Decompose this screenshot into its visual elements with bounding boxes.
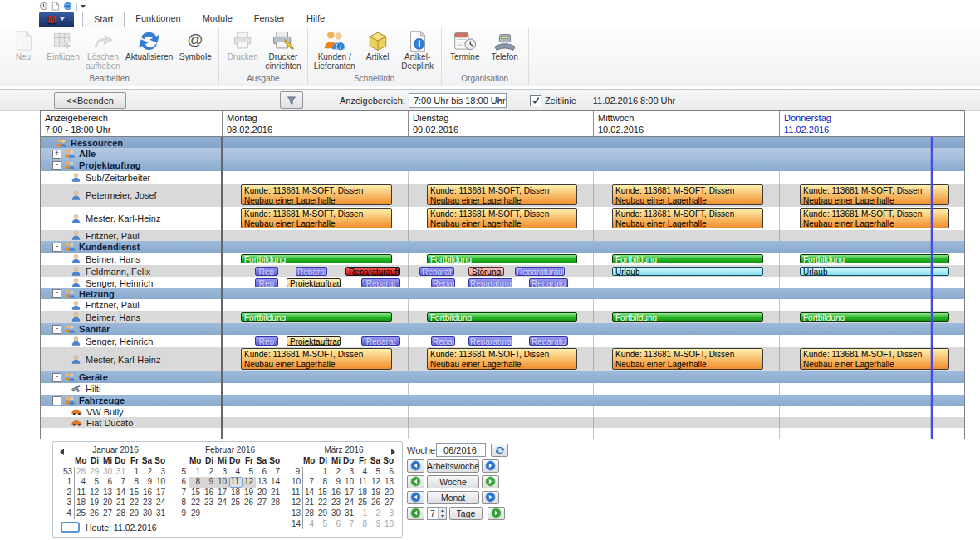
calendar-day[interactable]: 5 [88, 477, 101, 488]
calendar-day[interactable]: 10 [154, 477, 168, 488]
calendar-day[interactable]: 13 [101, 488, 115, 498]
day-cell[interactable] [408, 137, 593, 148]
beenden-button[interactable]: <<Beenden [54, 92, 126, 109]
day-cell[interactable]: Kunde: 113681 M-SOFT, DissenNeubau einer… [593, 207, 779, 230]
day-cell[interactable]: Kunde: 113681 M-SOFT, DissenNeubau einer… [779, 184, 964, 207]
calendar-day[interactable]: 9 [370, 519, 383, 530]
calendar-day[interactable]: 27 [383, 498, 396, 508]
calendar-day[interactable] [216, 508, 229, 519]
day-cell[interactable] [222, 417, 408, 428]
calendar-day[interactable]: 19 [243, 488, 256, 498]
day-cell[interactable] [222, 299, 408, 311]
day-cell[interactable] [222, 406, 408, 417]
schedule-bar-orange[interactable]: Kunde: 113681 M-SOFT, DissenNeubau einer… [612, 208, 763, 228]
calendar-day[interactable]: 10 [383, 519, 396, 530]
schedule-bar-purple[interactable]: Rep [255, 278, 278, 287]
schedule-bar-green[interactable]: Fortbildung [612, 254, 763, 263]
calendar-day[interactable]: 20 [256, 488, 269, 498]
day-cell[interactable] [408, 160, 593, 171]
schedule-bar-purple[interactable]: Reparat [361, 278, 400, 287]
schedule-bar-green[interactable]: Fortbildung [800, 254, 949, 263]
day-cell[interactable]: Kunde: 113681 M-SOFT, DissenNeubau einer… [408, 347, 593, 371]
calendar-day[interactable]: 31 [115, 467, 128, 478]
qat-dropdown-icon[interactable] [81, 5, 86, 8]
calendar-day[interactable]: 4 [75, 477, 88, 488]
day-cell[interactable]: RepProjektauftragReparat [222, 277, 408, 288]
resource-row-fiat-ducato[interactable]: Fiat Ducato [41, 417, 964, 428]
schedule-bar-purple[interactable]: Repar [431, 336, 455, 346]
calendar-day[interactable]: 14 [115, 488, 128, 498]
day-cell[interactable] [593, 323, 779, 335]
monat-button[interactable]: Monat [427, 491, 479, 504]
calendar-day[interactable]: 29 [316, 508, 330, 519]
zeitlinie-checkbox[interactable] [530, 95, 541, 106]
day-cell[interactable] [222, 371, 408, 383]
schedule-bar-orange[interactable]: Kunde: 113681 M-SOFT, DissenNeubau einer… [427, 184, 577, 205]
calendar-day[interactable]: 24 [343, 498, 356, 508]
day-cell[interactable]: Fortbildung [593, 311, 779, 323]
blue-arrow-left-button[interactable] [407, 459, 424, 473]
calendar-day[interactable] [269, 508, 282, 519]
green-arrow-right-button[interactable] [488, 507, 505, 520]
day-cell[interactable] [222, 241, 408, 253]
day-cell[interactable] [408, 299, 593, 311]
day-cell[interactable] [222, 383, 408, 395]
calendar-day[interactable]: 16 [203, 488, 216, 498]
day-cell[interactable] [408, 171, 593, 184]
group-row-kundendienst[interactable]: -Kundendienst [41, 241, 964, 253]
calendar-day[interactable]: 9 [203, 477, 216, 488]
day-cell[interactable]: Kunde: 113681 M-SOFT, DissenNeubau einer… [222, 207, 408, 230]
calendar-day[interactable]: 27 [101, 508, 115, 519]
resource-row-row[interactable] [41, 428, 964, 439]
day-cell[interactable] [779, 395, 964, 406]
calendar-day[interactable]: 25 [356, 498, 370, 508]
calendar-day[interactable]: 25 [229, 498, 243, 508]
calendar-day[interactable]: 1 [316, 467, 330, 478]
calendar-day[interactable]: 3 [154, 467, 168, 478]
tage-button[interactable]: Tage [449, 507, 483, 520]
calendar-day[interactable]: 6 [383, 467, 396, 478]
calendar-day[interactable]: 30 [101, 467, 115, 478]
drucker-einrichten-button[interactable]: Druckereinrichten [262, 27, 303, 72]
calendar-day[interactable]: 14 [269, 477, 282, 488]
day-cell[interactable] [593, 277, 779, 288]
day-cell[interactable] [593, 335, 779, 347]
calendar-day[interactable]: 23 [141, 498, 154, 508]
day-cell[interactable]: RepProjektauftragReparat [222, 335, 408, 347]
calendar-day[interactable]: 11 [229, 477, 243, 488]
day-cell[interactable] [779, 171, 964, 184]
schedule-bar-orange[interactable]: Kunde: 113681 M-SOFT, DissenNeubau einer… [612, 184, 763, 205]
resource-row-mester-karl-heinz[interactable]: Mester, Karl-HeinzKunde: 113681 M-SOFT, … [41, 347, 964, 371]
calendar-day[interactable]: 17 [343, 488, 356, 498]
calendar-day[interactable] [203, 508, 216, 519]
schedule-bar-purple[interactable]: Rep [255, 336, 278, 346]
calendar-day[interactable]: 4 [229, 467, 243, 478]
group-row-alle[interactable]: +Alle [41, 148, 964, 160]
day-cell[interactable]: Kunde: 113681 M-SOFT, DissenNeubau einer… [222, 184, 408, 207]
calendar-day[interactable]: 30 [330, 508, 343, 519]
day-cell[interactable] [593, 406, 779, 417]
calendar-day[interactable]: 11 [356, 477, 370, 488]
calendar-day[interactable]: 18 [75, 498, 88, 508]
schedule-bar-orange[interactable]: Kunde: 113681 M-SOFT, DissenNeubau einer… [427, 208, 577, 228]
calendar-day[interactable]: 7 [115, 477, 128, 488]
day-cell[interactable] [593, 417, 779, 428]
schedule-bar-orange[interactable]: Kunde: 113681 M-SOFT, DissenNeubau einer… [612, 348, 763, 370]
calendar-day[interactable]: 26 [243, 498, 256, 508]
day-cell[interactable] [779, 288, 964, 299]
group-row-heizung[interactable]: -Heizung [41, 288, 964, 299]
calendar-day[interactable]: 2 [141, 467, 154, 478]
resource-row-beimer-hans[interactable]: Beimer, HansFortbildungFortbildungFortbi… [41, 311, 964, 323]
day-cell[interactable] [408, 383, 593, 395]
green-arrow-left-button[interactable] [407, 475, 424, 488]
schedule-bar-red[interactable]: Reparaturauftr [345, 267, 400, 276]
day-cell[interactable] [779, 277, 964, 288]
calendar-day[interactable]: 22 [128, 498, 141, 508]
resource-row-beimer-hans[interactable]: Beimer, HansFortbildungFortbildungFortbi… [41, 253, 964, 265]
group-row-ressourcen[interactable]: Ressourcen [41, 137, 964, 148]
day-cell[interactable] [779, 299, 964, 311]
resource-row-vw-bully[interactable]: VW Bully [41, 406, 964, 417]
schedule-bar-cyan[interactable]: Urlaub [800, 267, 949, 276]
calendar-day[interactable]: 29 [189, 508, 203, 519]
day-cell[interactable] [593, 371, 779, 383]
